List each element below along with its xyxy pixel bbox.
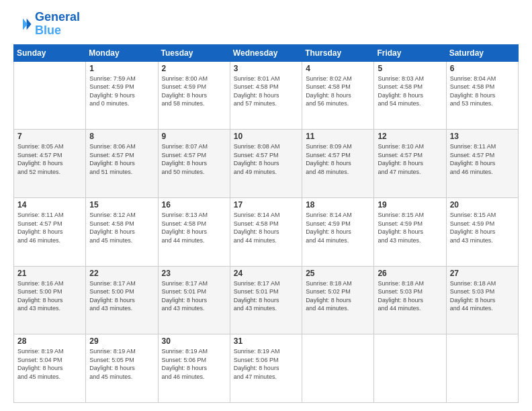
calendar-cell: 14Sunrise: 8:11 AM Sunset: 4:57 PM Dayli… [14, 197, 86, 266]
day-number: 8 [89, 132, 154, 141]
day-info: Sunrise: 8:02 AM Sunset: 4:58 PM Dayligh… [306, 75, 370, 108]
day-number: 16 [162, 200, 226, 210]
day-number: 25 [306, 269, 370, 278]
day-info: Sunrise: 8:17 AM Sunset: 5:00 PM Dayligh… [89, 279, 154, 313]
day-info: Sunrise: 8:19 AM Sunset: 5:06 PM Dayligh… [162, 347, 226, 381]
day-number: 6 [450, 64, 515, 73]
day-info: Sunrise: 8:06 AM Sunset: 4:57 PM Dayligh… [89, 142, 154, 176]
calendar-cell: 27Sunrise: 8:18 AM Sunset: 5:03 PM Dayli… [446, 266, 518, 334]
logo-icon [13, 15, 32, 34]
day-number: 18 [306, 200, 370, 210]
calendar-cell [374, 334, 446, 403]
week-row-1: 1Sunrise: 7:59 AM Sunset: 4:59 PM Daylig… [14, 61, 519, 130]
day-info: Sunrise: 8:11 AM Sunset: 4:57 PM Dayligh… [450, 142, 515, 176]
calendar-cell: 12Sunrise: 8:10 AM Sunset: 4:57 PM Dayli… [374, 130, 446, 198]
week-row-4: 21Sunrise: 8:16 AM Sunset: 5:00 PM Dayli… [14, 266, 519, 334]
day-info: Sunrise: 8:05 AM Sunset: 4:57 PM Dayligh… [17, 142, 82, 176]
calendar-cell: 26Sunrise: 8:18 AM Sunset: 5:03 PM Dayli… [374, 266, 446, 334]
day-info: Sunrise: 8:07 AM Sunset: 4:57 PM Dayligh… [162, 142, 226, 176]
day-number: 30 [162, 336, 226, 346]
day-info: Sunrise: 8:19 AM Sunset: 5:06 PM Dayligh… [234, 347, 298, 381]
day-info: Sunrise: 8:15 AM Sunset: 4:59 PM Dayligh… [450, 211, 515, 244]
day-info: Sunrise: 8:19 AM Sunset: 5:04 PM Dayligh… [17, 347, 82, 381]
weekday-header-monday: Monday [86, 44, 158, 61]
day-number: 1 [89, 64, 154, 73]
day-number: 14 [17, 200, 82, 210]
calendar-cell: 10Sunrise: 8:08 AM Sunset: 4:57 PM Dayli… [230, 130, 302, 198]
week-row-3: 14Sunrise: 8:11 AM Sunset: 4:57 PM Dayli… [14, 197, 519, 266]
day-info: Sunrise: 8:12 AM Sunset: 4:58 PM Dayligh… [89, 211, 154, 244]
day-number: 26 [378, 269, 442, 278]
calendar-cell: 19Sunrise: 8:15 AM Sunset: 4:59 PM Dayli… [374, 197, 446, 266]
day-number: 12 [378, 132, 442, 141]
day-number: 27 [450, 269, 515, 278]
calendar-cell: 17Sunrise: 8:14 AM Sunset: 4:58 PM Dayli… [230, 197, 302, 266]
calendar-cell: 5Sunrise: 8:03 AM Sunset: 4:58 PM Daylig… [374, 61, 446, 130]
day-info: Sunrise: 8:15 AM Sunset: 4:59 PM Dayligh… [378, 211, 442, 244]
calendar-cell: 2Sunrise: 8:00 AM Sunset: 4:59 PM Daylig… [158, 61, 230, 130]
day-number: 28 [17, 336, 82, 346]
day-number: 23 [162, 269, 226, 278]
calendar-cell: 22Sunrise: 8:17 AM Sunset: 5:00 PM Dayli… [86, 266, 158, 334]
day-number: 17 [234, 200, 298, 210]
day-number: 19 [378, 200, 442, 210]
day-info: Sunrise: 8:14 AM Sunset: 4:58 PM Dayligh… [234, 211, 298, 244]
day-info: Sunrise: 8:16 AM Sunset: 5:00 PM Dayligh… [17, 279, 82, 313]
day-number: 20 [450, 200, 515, 210]
calendar-cell: 28Sunrise: 8:19 AM Sunset: 5:04 PM Dayli… [14, 334, 86, 403]
day-number: 5 [378, 64, 442, 73]
calendar-cell: 21Sunrise: 8:16 AM Sunset: 5:00 PM Dayli… [14, 266, 86, 334]
calendar-cell: 16Sunrise: 8:13 AM Sunset: 4:58 PM Dayli… [158, 197, 230, 266]
weekday-header-friday: Friday [374, 44, 446, 61]
day-number: 13 [450, 132, 515, 141]
day-info: Sunrise: 8:14 AM Sunset: 4:59 PM Dayligh… [306, 211, 370, 244]
calendar-cell: 18Sunrise: 8:14 AM Sunset: 4:59 PM Dayli… [302, 197, 374, 266]
weekday-header-thursday: Thursday [302, 44, 374, 61]
day-info: Sunrise: 8:17 AM Sunset: 5:01 PM Dayligh… [234, 279, 298, 313]
calendar-cell: 8Sunrise: 8:06 AM Sunset: 4:57 PM Daylig… [86, 130, 158, 198]
calendar-cell [14, 61, 86, 130]
calendar-cell: 24Sunrise: 8:17 AM Sunset: 5:01 PM Dayli… [230, 266, 302, 334]
day-info: Sunrise: 8:18 AM Sunset: 5:02 PM Dayligh… [306, 279, 370, 313]
calendar-cell: 6Sunrise: 8:04 AM Sunset: 4:58 PM Daylig… [446, 61, 518, 130]
header: General Blue [13, 11, 519, 38]
calendar-cell: 13Sunrise: 8:11 AM Sunset: 4:57 PM Dayli… [446, 130, 518, 198]
day-number: 4 [306, 64, 370, 73]
week-row-5: 28Sunrise: 8:19 AM Sunset: 5:04 PM Dayli… [14, 334, 519, 403]
day-info: Sunrise: 8:01 AM Sunset: 4:58 PM Dayligh… [234, 75, 298, 108]
calendar-cell: 30Sunrise: 8:19 AM Sunset: 5:06 PM Dayli… [158, 334, 230, 403]
calendar-cell: 15Sunrise: 8:12 AM Sunset: 4:58 PM Dayli… [86, 197, 158, 266]
calendar-cell: 25Sunrise: 8:18 AM Sunset: 5:02 PM Dayli… [302, 266, 374, 334]
calendar-cell: 20Sunrise: 8:15 AM Sunset: 4:59 PM Dayli… [446, 197, 518, 266]
day-info: Sunrise: 8:09 AM Sunset: 4:57 PM Dayligh… [306, 142, 370, 176]
weekday-header-sunday: Sunday [14, 44, 86, 61]
day-info: Sunrise: 8:18 AM Sunset: 5:03 PM Dayligh… [450, 279, 515, 313]
day-number: 7 [17, 132, 82, 141]
weekday-header-wednesday: Wednesday [230, 44, 302, 61]
day-number: 29 [89, 336, 154, 346]
calendar-table: SundayMondayTuesdayWednesdayThursdayFrid… [13, 44, 519, 403]
day-info: Sunrise: 8:19 AM Sunset: 5:05 PM Dayligh… [89, 347, 154, 381]
day-info: Sunrise: 8:18 AM Sunset: 5:03 PM Dayligh… [378, 279, 442, 313]
day-info: Sunrise: 8:11 AM Sunset: 4:57 PM Dayligh… [17, 211, 82, 244]
calendar-cell [302, 334, 374, 403]
calendar-cell: 3Sunrise: 8:01 AM Sunset: 4:58 PM Daylig… [230, 61, 302, 130]
calendar-cell: 23Sunrise: 8:17 AM Sunset: 5:01 PM Dayli… [158, 266, 230, 334]
logo-text: General Blue [35, 11, 80, 38]
day-info: Sunrise: 8:13 AM Sunset: 4:58 PM Dayligh… [162, 211, 226, 244]
day-number: 24 [234, 269, 298, 278]
page: General Blue SundayMondayTuesdayWednesda… [0, 0, 532, 411]
day-number: 10 [234, 132, 298, 141]
calendar-cell: 7Sunrise: 8:05 AM Sunset: 4:57 PM Daylig… [14, 130, 86, 198]
day-number: 21 [17, 269, 82, 278]
day-number: 9 [162, 132, 226, 141]
weekday-header-saturday: Saturday [446, 44, 518, 61]
day-info: Sunrise: 8:10 AM Sunset: 4:57 PM Dayligh… [378, 142, 442, 176]
calendar-cell: 1Sunrise: 7:59 AM Sunset: 4:59 PM Daylig… [86, 61, 158, 130]
calendar-cell: 29Sunrise: 8:19 AM Sunset: 5:05 PM Dayli… [86, 334, 158, 403]
day-number: 22 [89, 269, 154, 278]
calendar-cell: 9Sunrise: 8:07 AM Sunset: 4:57 PM Daylig… [158, 130, 230, 198]
day-number: 2 [162, 64, 226, 73]
day-number: 31 [234, 336, 298, 346]
day-info: Sunrise: 8:17 AM Sunset: 5:01 PM Dayligh… [162, 279, 226, 313]
